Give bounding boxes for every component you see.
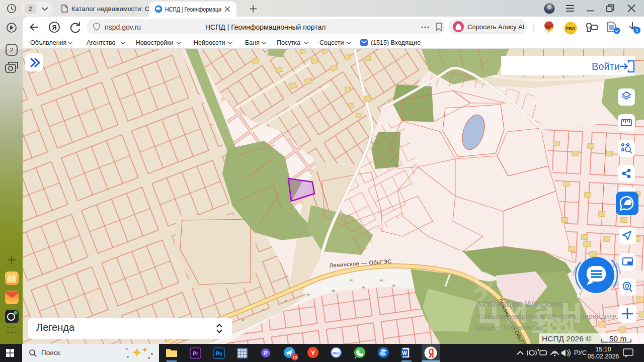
svg-text:W: W (402, 350, 407, 356)
svg-text:Ps: Ps (216, 351, 222, 356)
svg-text:НСПД 2026 ©: НСПД 2026 © (542, 334, 592, 343)
svg-text:imo: imo (333, 351, 340, 355)
svg-text:Нейросети: Нейросети (194, 39, 225, 46)
svg-text:Активация Windows: Активация Windows (475, 299, 564, 309)
svg-text:50 m: 50 m (609, 334, 626, 343)
svg-text:P: P (264, 350, 268, 356)
svg-text:Посутка: Посутка (277, 39, 300, 46)
svg-text:Соцсети: Соцсети (319, 39, 344, 46)
svg-text:Y: Y (311, 349, 315, 356)
svg-text:Чтобы активировать Windows, пе: Чтобы активировать Windows, перейдите в (475, 312, 622, 320)
svg-text:(1515) Входящие: (1515) Входящие (371, 39, 421, 46)
svg-text:Агентство: Агентство (87, 39, 116, 46)
svg-text:Баня: Баня (245, 39, 260, 46)
svg-text:Pr: Pr (193, 351, 198, 356)
svg-text:16: 16 (293, 355, 297, 359)
svg-text:15:10: 15:10 (595, 346, 611, 353)
svg-text:05.02.2026: 05.02.2026 (588, 353, 619, 360)
svg-text:Легенда: Легенда (36, 322, 75, 333)
svg-text:раздел "Параметры".: раздел "Параметры". (475, 323, 547, 331)
svg-text:Объявления: Объявления (30, 39, 66, 46)
svg-text:Новостройки: Новостройки (136, 39, 174, 46)
svg-text:Войти: Войти (592, 61, 620, 72)
svg-text:РУС: РУС (574, 349, 587, 356)
svg-text:2: 2 (10, 46, 13, 54)
